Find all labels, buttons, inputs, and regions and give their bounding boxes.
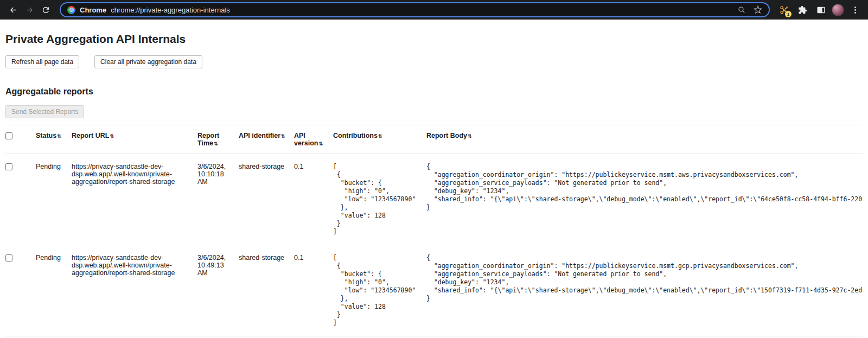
forward-arrow-icon [25, 5, 34, 15]
pinned-extension-icon[interactable]: 1 [776, 2, 792, 17]
omnibox-product-label: Chrome [80, 6, 106, 14]
report-time-cell: 3/6/2024, 10:10:18 AM [197, 154, 239, 245]
sort-icon: ⇅ [57, 133, 61, 139]
report-body-cell: { "aggregation_coordinator_origin": "htt… [426, 245, 863, 336]
refresh-all-button[interactable]: Refresh all page data [5, 55, 79, 68]
contributions-cell: [ { "bucket": { "high": "0", "low": "123… [333, 154, 426, 245]
report-body-json: { "aggregation_coordinator_origin": "htt… [426, 254, 854, 303]
report-url-cell: https://privacy-sandcastle-dev-dsp.web.a… [72, 154, 197, 245]
back-arrow-icon [9, 5, 18, 15]
status-cell: Pending [36, 154, 72, 245]
report-body-cell: { "aggregation_coordinator_origin": "htt… [426, 154, 863, 245]
select-all-checkbox[interactable] [5, 132, 12, 139]
report-time-cell: 3/6/2024, 10:49:13 AM [197, 245, 239, 336]
browser-menu-button[interactable] [847, 2, 863, 17]
header-status[interactable]: Status⇅ [36, 125, 72, 154]
clear-all-button[interactable]: Clear all private aggregation data [94, 55, 202, 68]
sort-icon: ⇅ [281, 133, 285, 139]
header-report-time[interactable]: Report Time⇅ [197, 125, 239, 154]
forward-button[interactable] [22, 2, 37, 17]
table-row: Pending https://privacy-sandcastle-dev-d… [5, 154, 863, 245]
contributions-json: [ { "bucket": { "high": "0", "low": "123… [333, 254, 418, 327]
reload-button[interactable] [38, 2, 53, 17]
reports-table: Status⇅ Report URL⇅ Report Time⇅ API ide… [5, 125, 863, 336]
back-button[interactable] [5, 2, 21, 17]
bookmark-star-icon[interactable] [754, 5, 762, 14]
browser-toolbar: Chrome chrome://private-aggregation-inte… [0, 0, 868, 20]
status-cell: Pending [36, 245, 72, 336]
sort-icon: ⇅ [318, 141, 323, 146]
header-report-url[interactable]: Report URL⇅ [72, 125, 197, 154]
api-identifier-cell: shared-storage [239, 154, 294, 245]
zoom-icon[interactable] [737, 5, 746, 14]
row-select-checkbox[interactable] [5, 163, 12, 170]
sort-icon: ⇅ [468, 133, 472, 139]
api-version-cell: 0.1 [294, 245, 333, 336]
reports-toolbar: Send Selected Reports [5, 104, 863, 125]
table-header-row: Status⇅ Report URL⇅ Report Time⇅ API ide… [5, 125, 863, 154]
sort-icon: ⇅ [378, 133, 382, 139]
reload-icon [41, 5, 50, 15]
row-select-checkbox[interactable] [5, 254, 12, 262]
header-contributions[interactable]: Contributions⇅ [333, 125, 426, 154]
header-api-identifier[interactable]: API identifier⇅ [239, 125, 294, 154]
contributions-cell: [ { "bucket": { "high": "0", "low": "123… [333, 245, 426, 336]
table-row: Pending https://privacy-sandcastle-dev-d… [5, 245, 863, 336]
chrome-logo-icon [67, 6, 75, 14]
contributions-json: [ { "bucket": { "high": "0", "low": "123… [333, 163, 418, 236]
side-panel-button[interactable] [813, 2, 828, 17]
header-report-body[interactable]: Report Body⇅ [426, 125, 863, 154]
api-version-cell: 0.1 [294, 154, 333, 245]
extension-badge: 1 [785, 11, 792, 17]
section-title: Aggregatable reports [5, 87, 863, 97]
send-selected-button[interactable]: Send Selected Reports [5, 105, 84, 118]
address-bar[interactable]: Chrome chrome://private-aggregation-inte… [60, 2, 770, 17]
report-body-json: { "aggregation_coordinator_origin": "htt… [426, 163, 854, 212]
profile-avatar[interactable] [832, 4, 844, 16]
header-api-version[interactable]: API version⇅ [294, 125, 333, 154]
omnibox-url-text: chrome://private-aggregation-internals [111, 6, 733, 14]
sort-icon: ⇅ [214, 141, 218, 146]
extensions-button[interactable] [795, 2, 810, 17]
kebab-menu-icon [851, 5, 860, 15]
side-panel-icon [816, 5, 826, 15]
sort-icon: ⇅ [110, 133, 114, 139]
api-identifier-cell: shared-storage [239, 245, 294, 336]
page-title: Private Aggregation API Internals [5, 33, 863, 46]
report-url-cell: https://privacy-sandcastle-dev-dsp.web.a… [72, 245, 197, 336]
extensions-puzzle-icon [798, 5, 807, 15]
